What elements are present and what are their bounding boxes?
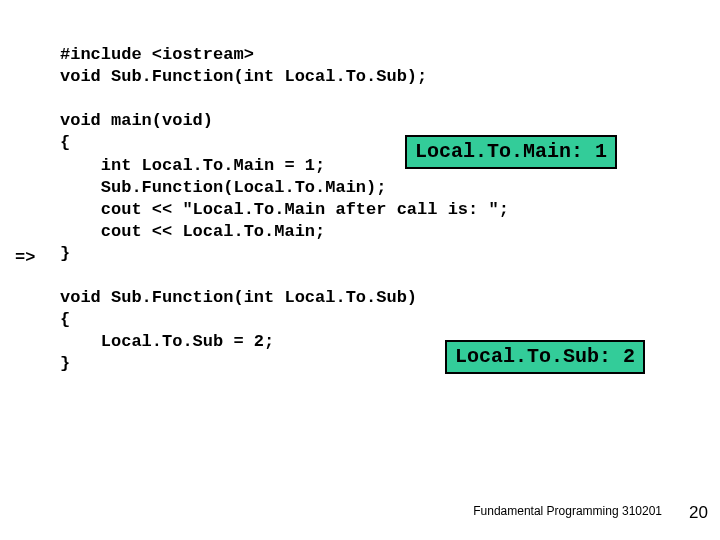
code-line: }	[60, 354, 70, 373]
code-line: void main(void)	[60, 111, 213, 130]
page-number: 20	[689, 502, 708, 524]
variable-box-sub: Local.To.Sub: 2	[445, 340, 645, 374]
code-line: Sub.Function(Local.To.Main);	[60, 178, 386, 197]
current-line-arrow: =>	[15, 247, 35, 269]
code-line: }	[60, 244, 70, 263]
code-line: Local.To.Sub = 2;	[60, 332, 274, 351]
code-line: #include <iostream>	[60, 45, 254, 64]
variable-box-main: Local.To.Main: 1	[405, 135, 617, 169]
code-line: cout << "Local.To.Main after call is: ";	[60, 200, 509, 219]
code-line: cout << Local.To.Main;	[60, 222, 325, 241]
code-line: {	[60, 133, 70, 152]
code-line: {	[60, 310, 70, 329]
code-line: void Sub.Function(int Local.To.Sub);	[60, 67, 427, 86]
code-listing: #include <iostream> void Sub.Function(in…	[60, 22, 509, 398]
code-line: int Local.To.Main = 1;	[60, 156, 325, 175]
footer-text: Fundamental Programming 310201	[473, 504, 662, 520]
code-line: void Sub.Function(int Local.To.Sub)	[60, 288, 417, 307]
